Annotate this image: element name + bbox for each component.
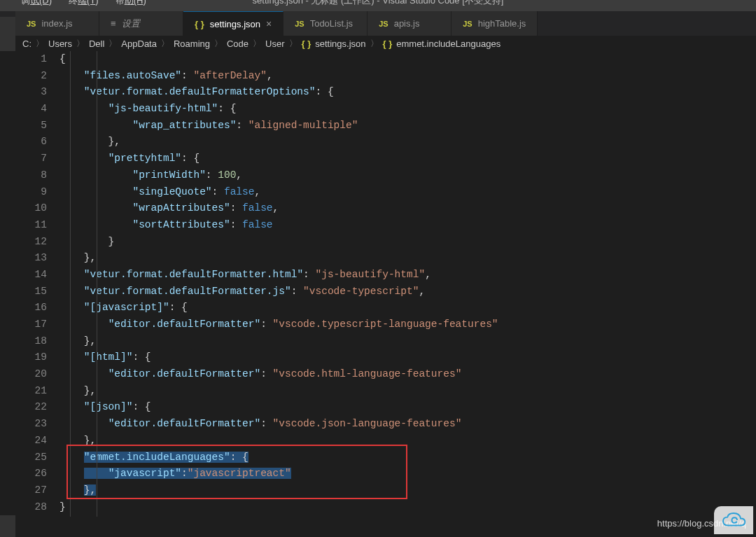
chevron-right-icon: 〉	[108, 38, 117, 50]
crumb[interactable]: emmet.includeLanguages	[396, 39, 500, 49]
menu-bar: 调试(D) 终端(T) 帮助(H) settings.json - 无标题 (工…	[0, 0, 756, 11]
tab-bar: JSindex.js ≡设置 { }settings.json× JSTodoL…	[0, 11, 756, 36]
menu-help[interactable]: 帮助(H)	[115, 0, 146, 7]
chevron-right-icon: 〉	[370, 38, 379, 50]
breadcrumbs[interactable]: C:〉 Users〉 Dell〉 AppData〉 Roaming〉 Code〉…	[0, 36, 756, 51]
editor[interactable]: 1234567891011121314151617181920212223242…	[0, 51, 756, 515]
tab-settings[interactable]: ≡设置	[99, 11, 183, 36]
js-icon: JS	[379, 20, 388, 28]
line-gutter: 1234567891011121314151617181920212223242…	[0, 51, 59, 515]
menu-terminal[interactable]: 终端(T)	[69, 0, 99, 7]
crumb[interactable]: C:	[22, 39, 31, 49]
braces-icon: { }	[302, 39, 312, 49]
tab-settings-json[interactable]: { }settings.json×	[183, 11, 284, 36]
crumb[interactable]: Users	[48, 39, 72, 49]
cloud-badge	[714, 506, 753, 534]
crumb[interactable]: Roaming	[174, 39, 210, 49]
tab-index-js[interactable]: JSindex.js	[15, 11, 99, 36]
chevron-right-icon: 〉	[36, 38, 44, 50]
crumb[interactable]: settings.json	[315, 39, 365, 49]
window-title: settings.json - 无标题 (工作区) - Visual Studi…	[253, 0, 504, 7]
cloud-icon	[720, 511, 748, 529]
braces-icon: { }	[383, 39, 393, 49]
chevron-right-icon: 〉	[161, 38, 169, 50]
crumb[interactable]: Code	[227, 39, 248, 49]
tab-hightable-js[interactable]: JShighTable.js	[451, 11, 538, 36]
chevron-right-icon: 〉	[76, 38, 85, 50]
chevron-right-icon: 〉	[214, 38, 223, 50]
braces-icon: { }	[195, 19, 204, 29]
crumb[interactable]: User	[265, 39, 284, 49]
code-area[interactable]: { "files.autoSave": "afterDelay", "vetur…	[59, 51, 756, 515]
menu-debug[interactable]: 调试(D)	[21, 0, 52, 7]
tab-todolist-js[interactable]: JSTodoList.js	[284, 11, 368, 36]
settings-icon: ≡	[111, 18, 116, 29]
chevron-right-icon: 〉	[253, 38, 261, 50]
tab-apis-js[interactable]: JSapis.js	[368, 11, 451, 36]
js-icon: JS	[463, 20, 472, 28]
crumb[interactable]: AppData	[121, 39, 157, 49]
js-icon: JS	[295, 20, 304, 28]
close-icon[interactable]: ×	[266, 18, 272, 29]
chevron-right-icon: 〉	[289, 38, 298, 50]
crumb[interactable]: Dell	[89, 39, 104, 49]
js-icon: JS	[27, 20, 36, 28]
